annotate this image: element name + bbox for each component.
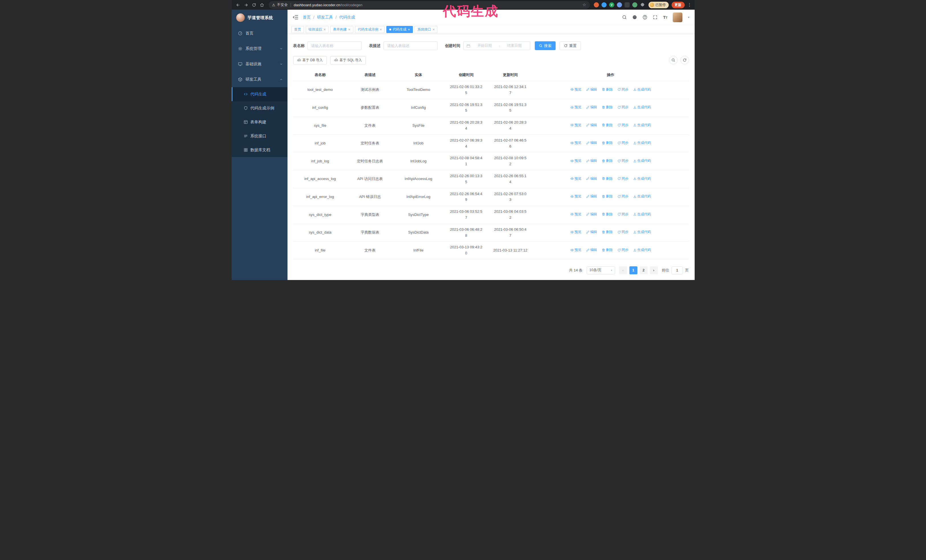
preview-link[interactable]: 预览	[570, 122, 581, 128]
generate-code-link[interactable]: 生成代码	[633, 247, 651, 253]
generate-code-link[interactable]: 生成代码	[633, 176, 651, 181]
user-avatar[interactable]	[673, 12, 682, 22]
preview-link[interactable]: 预览	[570, 229, 581, 235]
sync-link[interactable]: 同步	[617, 104, 628, 110]
preview-link[interactable]: 预览	[570, 247, 581, 253]
delete-link[interactable]: 删除	[602, 176, 613, 181]
sidebar-item-codegen[interactable]: 代码生成	[232, 87, 287, 101]
import-sql-button[interactable]: 基于 SQL 导入	[330, 56, 366, 64]
preview-link[interactable]: 预览	[570, 194, 581, 199]
reload-icon[interactable]	[250, 1, 258, 9]
sidebar-toggle-icon[interactable]	[293, 14, 299, 20]
edit-link[interactable]: 编辑	[586, 87, 597, 92]
edit-link[interactable]: 编辑	[586, 104, 597, 110]
home-icon[interactable]	[259, 1, 266, 9]
sidebar-item-home[interactable]: 首页	[232, 26, 287, 41]
extension-icon[interactable]	[601, 2, 607, 8]
delete-link[interactable]: 删除	[602, 104, 613, 110]
edit-link[interactable]: 编辑	[586, 194, 597, 199]
sync-link[interactable]: 同步	[617, 211, 628, 217]
table-name-input[interactable]	[307, 41, 362, 50]
generate-code-link[interactable]: 生成代码	[633, 158, 651, 163]
github-icon[interactable]	[632, 15, 637, 20]
breadcrumb-item[interactable]: 研发工具	[317, 15, 333, 20]
date-range-picker[interactable]: 开始日期 - 结束日期	[463, 41, 530, 50]
tab-item[interactable]: 首页	[292, 26, 304, 33]
preview-link[interactable]: 预览	[570, 87, 581, 92]
table-desc-input[interactable]	[383, 41, 438, 50]
sidebar-item-dev-tools[interactable]: 研发工具	[232, 72, 287, 87]
sync-link[interactable]: 同步	[617, 229, 628, 235]
sync-link[interactable]: 同步	[617, 122, 628, 128]
edit-link[interactable]: 编辑	[586, 229, 597, 235]
tab-close-icon[interactable]: ×	[324, 28, 326, 31]
delete-link[interactable]: 删除	[602, 194, 613, 199]
preview-link[interactable]: 预览	[570, 158, 581, 163]
tab-close-icon[interactable]: ×	[380, 28, 382, 31]
sync-link[interactable]: 同步	[617, 87, 628, 92]
search-button[interactable]: 搜索	[535, 41, 555, 50]
import-db-button[interactable]: 基于 DB 导入	[293, 56, 327, 64]
tab-item[interactable]: 表单构建×	[330, 26, 353, 33]
tab-close-icon[interactable]: ×	[348, 28, 351, 31]
extension-icon[interactable]	[617, 2, 622, 8]
edit-link[interactable]: 编辑	[586, 176, 597, 181]
delete-link[interactable]: 删除	[602, 158, 613, 163]
sidebar-item-infrastructure[interactable]: 基础设施	[232, 56, 287, 72]
extension-icon[interactable]	[594, 2, 599, 8]
tab-item[interactable]: 链路追踪×	[306, 26, 329, 33]
address-bar[interactable]: ⚠ 不安全 dashboard.yudao.iocoder.cn/tool/co…	[269, 1, 590, 9]
generate-code-link[interactable]: 生成代码	[633, 140, 651, 146]
generate-code-link[interactable]: 生成代码	[633, 104, 651, 110]
goto-page-input[interactable]	[672, 266, 683, 274]
font-size-icon[interactable]: TT	[663, 15, 667, 20]
delete-link[interactable]: 删除	[602, 211, 613, 217]
tab-item[interactable]: 代码生成示例×	[355, 26, 385, 33]
page-button[interactable]: 1	[629, 266, 637, 274]
breadcrumb-item[interactable]: 首页	[303, 15, 311, 20]
sidebar-item-db-docs[interactable]: 数据库文档	[232, 143, 287, 157]
app-logo[interactable]: 芋道管理系统	[232, 10, 287, 26]
edit-link[interactable]: 编辑	[586, 211, 597, 217]
extension-icon[interactable]	[625, 2, 630, 8]
browser-menu-icon[interactable]: ⋮	[687, 2, 692, 8]
delete-link[interactable]: 删除	[602, 229, 613, 235]
avatar-caret-icon[interactable]: ▾	[688, 16, 689, 19]
edit-link[interactable]: 编辑	[586, 158, 597, 163]
tab-item[interactable]: 代码生成×	[386, 26, 413, 33]
toggle-search-button[interactable]	[669, 56, 678, 64]
help-icon[interactable]	[643, 15, 648, 20]
sidebar-item-system-api[interactable]: 系统接口	[232, 129, 287, 143]
generate-code-link[interactable]: 生成代码	[633, 122, 651, 128]
search-icon[interactable]	[622, 15, 627, 20]
generate-code-link[interactable]: 生成代码	[633, 229, 651, 235]
next-page-button[interactable]: ›	[650, 266, 658, 274]
sidebar-item-codegen-example[interactable]: 代码生成示例	[232, 101, 287, 115]
tab-close-icon[interactable]: ×	[433, 28, 435, 31]
generate-code-link[interactable]: 生成代码	[633, 87, 651, 92]
generate-code-link[interactable]: 生成代码	[633, 211, 651, 217]
page-size-select[interactable]: 10条/页 ▾	[587, 266, 615, 274]
edit-link[interactable]: 编辑	[586, 122, 597, 128]
delete-link[interactable]: 删除	[602, 247, 613, 253]
sync-link[interactable]: 同步	[617, 176, 628, 181]
extension-icon[interactable]: V	[609, 2, 614, 8]
fullscreen-icon[interactable]	[653, 15, 658, 20]
preview-link[interactable]: 预览	[570, 140, 581, 146]
edit-link[interactable]: 编辑	[586, 247, 597, 253]
forward-icon[interactable]	[242, 1, 250, 9]
extension-icon[interactable]	[632, 2, 637, 8]
sync-link[interactable]: 同步	[617, 140, 628, 146]
delete-link[interactable]: 删除	[602, 122, 613, 128]
update-button[interactable]: 更新	[672, 2, 685, 8]
sync-link[interactable]: 同步	[617, 158, 628, 163]
tab-close-icon[interactable]: ×	[408, 28, 410, 31]
sync-link[interactable]: 同步	[617, 194, 628, 199]
preview-link[interactable]: 预览	[570, 104, 581, 110]
delete-link[interactable]: 删除	[602, 87, 613, 92]
tab-item[interactable]: 系统接口×	[415, 26, 438, 33]
prev-page-button[interactable]: ‹	[619, 266, 627, 274]
generate-code-link[interactable]: 生成代码	[633, 194, 651, 199]
edit-link[interactable]: 编辑	[586, 140, 597, 146]
security-warning[interactable]: ⚠ 不安全	[272, 3, 288, 8]
